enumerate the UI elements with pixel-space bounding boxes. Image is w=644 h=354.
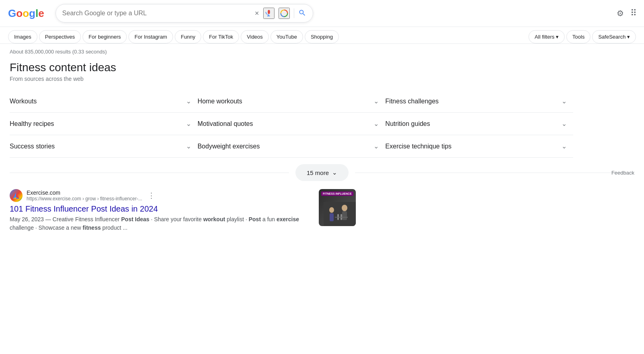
result-site-name: Exercise.com bbox=[27, 189, 142, 196]
topic-label-workouts: Workouts bbox=[10, 98, 37, 105]
result-site-row: Exercise.com https://www.exercise.com › … bbox=[10, 189, 314, 202]
search-icon-group bbox=[263, 8, 306, 19]
topic-success-stories[interactable]: Success stories ⌄ bbox=[10, 135, 198, 158]
tab-all-filters[interactable]: All filters ▾ bbox=[528, 30, 565, 43]
lens-icon bbox=[280, 9, 288, 17]
more-line-right bbox=[355, 173, 634, 173]
more-btn-row: 15 more ⌄ Feedback bbox=[10, 164, 634, 181]
svg-rect-7 bbox=[342, 211, 347, 220]
result-snippet-mid3: a fun bbox=[261, 216, 277, 222]
result-snippet-mid1: · Share your favorite bbox=[149, 216, 203, 222]
logo-letter-o2: o bbox=[23, 7, 29, 20]
more-topics-button[interactable]: 15 more ⌄ bbox=[295, 164, 349, 181]
chevron-down-icon: ⌄ bbox=[561, 120, 567, 128]
topic-label-fitness-challenges: Fitness challenges bbox=[385, 98, 439, 105]
topic-healthy-recipes[interactable]: Healthy recipes ⌄ bbox=[10, 113, 198, 135]
chevron-down-icon: ⌄ bbox=[561, 142, 567, 150]
more-chevron-icon: ⌄ bbox=[332, 169, 337, 176]
tab-for-instagram[interactable]: For Instagram bbox=[128, 30, 173, 43]
result-thumbnail: FITNESS INFLUENCE bbox=[319, 189, 356, 226]
more-topics-label: 15 more bbox=[307, 169, 329, 176]
topic-workouts[interactable]: Workouts ⌄ bbox=[10, 90, 198, 113]
result-snippet-mid2: playlist · bbox=[225, 216, 248, 222]
tab-safesearch[interactable]: SafeSearch ▾ bbox=[592, 30, 636, 43]
tab-images[interactable]: Images bbox=[8, 30, 37, 43]
topic-label-nutrition-guides: Nutrition guides bbox=[385, 120, 430, 128]
result-snippet-bold1: Post Ideas bbox=[121, 216, 149, 222]
result-snippet-bold2: workout bbox=[203, 216, 225, 222]
result-url: https://www.exercise.com › grow › fitnes… bbox=[27, 196, 142, 202]
result-thumbnail-inner: FITNESS INFLUENCE bbox=[319, 189, 356, 226]
result-content: Exercise.com https://www.exercise.com › … bbox=[10, 189, 314, 232]
tab-for-tiktok[interactable]: For TikTok bbox=[203, 30, 239, 43]
topic-motivational-quotes[interactable]: Motivational quotes ⌄ bbox=[198, 113, 386, 135]
google-logo[interactable]: Google bbox=[8, 7, 44, 20]
microphone-button[interactable] bbox=[263, 8, 275, 19]
more-line-left bbox=[10, 173, 289, 173]
search-input[interactable]: fitness content ideas bbox=[62, 10, 251, 17]
search-clear-button[interactable]: × bbox=[255, 9, 259, 18]
featured-box: Fitness content ideas From sources acros… bbox=[10, 61, 634, 181]
chevron-down-icon: ⌄ bbox=[374, 120, 379, 128]
featured-subtitle: From sources across the web bbox=[10, 76, 634, 82]
topic-bodyweight-exercises[interactable]: Bodyweight exercises ⌄ bbox=[198, 135, 386, 158]
exercise-logo-icon bbox=[12, 191, 20, 200]
logo-letter-g: G bbox=[8, 7, 16, 20]
result-title[interactable]: 101 Fitness Influencer Post Ideas in 202… bbox=[10, 204, 314, 214]
chevron-down-icon: ⌄ bbox=[186, 97, 191, 105]
header-right: ⚙ ⠿ bbox=[617, 8, 636, 19]
svg-point-5 bbox=[342, 205, 347, 211]
lens-button[interactable] bbox=[279, 8, 290, 19]
apps-icon[interactable]: ⠿ bbox=[630, 8, 636, 19]
tab-shopping[interactable]: Shopping bbox=[305, 30, 339, 43]
topic-exercise-technique-tips[interactable]: Exercise technique tips ⌄ bbox=[385, 135, 573, 158]
result-snippet-bold3: Post bbox=[249, 216, 261, 222]
topics-grid: Workouts ⌄ Home workouts ⌄ Fitness chall… bbox=[10, 90, 573, 158]
search-button[interactable] bbox=[298, 9, 306, 18]
logo-letter-g2: g bbox=[29, 7, 35, 20]
topic-label-exercise-technique-tips: Exercise technique tips bbox=[385, 143, 452, 150]
topic-fitness-challenges[interactable]: Fitness challenges ⌄ bbox=[385, 90, 573, 113]
thumbnail-image-svg bbox=[324, 202, 356, 226]
logo-letter-l: l bbox=[35, 7, 38, 20]
result-snippet-end: product ... bbox=[101, 224, 127, 231]
result-snippet-bold4: exercise bbox=[277, 216, 299, 222]
nav-tabs: Images Perspectives For beginners For In… bbox=[0, 27, 644, 44]
chevron-down-icon: ⌄ bbox=[374, 97, 379, 105]
result-snippet-bold5: fitness bbox=[83, 224, 101, 231]
topic-nutrition-guides[interactable]: Nutrition guides ⌄ bbox=[385, 113, 573, 135]
result-snippet: May 26, 2023 — Creative Fitness Influenc… bbox=[10, 215, 314, 232]
chevron-down-icon: ⌄ bbox=[374, 142, 379, 150]
search-divider bbox=[294, 8, 294, 18]
tab-for-beginners[interactable]: For beginners bbox=[83, 30, 127, 43]
chevron-down-icon: ⌄ bbox=[186, 120, 191, 128]
search-bar: fitness content ideas × bbox=[56, 4, 313, 23]
results-count: About 835,000,000 results (0.33 seconds) bbox=[10, 49, 634, 55]
topic-home-workouts[interactable]: Home workouts ⌄ bbox=[198, 90, 386, 113]
svg-point-11 bbox=[329, 207, 334, 213]
tab-videos[interactable]: Videos bbox=[241, 30, 269, 43]
logo-letter-e: e bbox=[38, 7, 44, 20]
search-result: Exercise.com https://www.exercise.com › … bbox=[10, 189, 356, 232]
result-snippet-mid4: challenge · Showcase a new bbox=[10, 224, 83, 231]
tab-tools[interactable]: Tools bbox=[566, 30, 590, 43]
tab-youtube[interactable]: YouTube bbox=[270, 30, 303, 43]
logo-letter-o1: o bbox=[16, 7, 23, 20]
featured-title: Fitness content ideas bbox=[10, 61, 634, 74]
topic-label-motivational-quotes: Motivational quotes bbox=[198, 120, 253, 128]
thumbnail-banner: FITNESS INFLUENCE bbox=[321, 191, 353, 196]
chevron-down-icon: ⌄ bbox=[186, 142, 191, 150]
tab-perspectives[interactable]: Perspectives bbox=[39, 30, 81, 43]
svg-rect-4 bbox=[324, 202, 356, 226]
result-snippet-before: — Creative Fitness Influencer bbox=[44, 216, 121, 222]
svg-rect-12 bbox=[330, 213, 334, 221]
result-more-options-button[interactable]: ⋮ bbox=[146, 191, 157, 200]
result-favicon bbox=[10, 189, 23, 202]
tab-funny[interactable]: Funny bbox=[175, 30, 201, 43]
result-site-info: Exercise.com https://www.exercise.com › … bbox=[27, 189, 142, 202]
result-date: May 26, 2023 bbox=[10, 216, 44, 222]
settings-icon[interactable]: ⚙ bbox=[617, 8, 624, 18]
search-icon bbox=[298, 9, 306, 17]
feedback-link[interactable]: Feedback bbox=[611, 170, 634, 176]
header: Google fitness content ideas × bbox=[0, 0, 644, 27]
